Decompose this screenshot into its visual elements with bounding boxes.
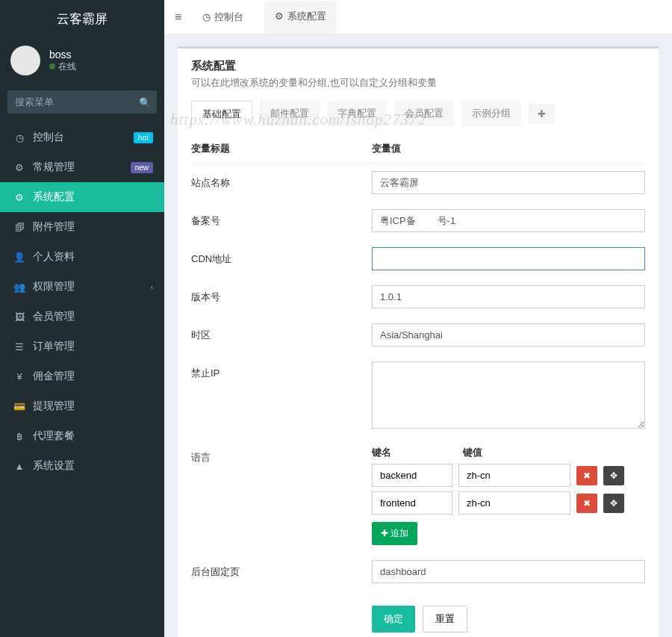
nav-item-6[interactable]: 🖼会员管理 — [0, 302, 164, 332]
chevron-left-icon: ‹ — [151, 283, 153, 291]
lang-key-1[interactable] — [372, 491, 452, 515]
sidebar: 云客霸屏 boss 在线 🔍 ◷控制台hot⚙常规管理new⚙系统配置🗐附件管理… — [0, 0, 164, 637]
top-tab-sysconfig[interactable]: ⚙ 系统配置 — [264, 1, 337, 34]
nav-item-10[interactable]: ฿代理套餐 — [0, 421, 164, 451]
user-status: 在线 — [49, 60, 76, 73]
config-tab-3[interactable]: 会员配置 — [394, 101, 454, 126]
brand-title: 云客霸屏 — [0, 0, 164, 38]
avatar — [10, 46, 40, 75]
delete-row-button[interactable]: ✖ — [576, 466, 597, 485]
move-row-button[interactable]: ✥ — [603, 494, 624, 513]
submit-button[interactable]: 确定 — [372, 606, 415, 633]
nav-icon: 🗐 — [13, 222, 25, 233]
version-input[interactable] — [372, 285, 645, 308]
gear-icon: ⚙ — [275, 10, 284, 22]
fixed-input[interactable] — [372, 560, 645, 583]
site-name-input[interactable] — [372, 171, 645, 194]
nav-item-9[interactable]: 💳提现管理 — [0, 391, 164, 421]
beian-label: 备案号 — [191, 209, 372, 228]
nav-item-7[interactable]: ☰订单管理 — [0, 332, 164, 361]
nav-icon: ◷ — [13, 132, 25, 143]
top-tab-dashboard[interactable]: ◷ 控制台 — [192, 1, 254, 33]
nav-item-0[interactable]: ◷控制台hot — [0, 122, 164, 152]
beian-input[interactable] — [372, 209, 645, 232]
lang-val-1[interactable] — [458, 491, 570, 515]
user-panel: boss 在线 — [0, 38, 164, 86]
nav-item-2[interactable]: ⚙系统配置 — [0, 182, 164, 212]
search-input[interactable] — [7, 90, 157, 114]
nav-item-11[interactable]: ▲系统设置 — [0, 451, 164, 481]
nav-icon: 👥 — [13, 282, 25, 293]
username: boss — [49, 49, 76, 60]
fixed-label: 后台固定页 — [191, 560, 372, 579]
cdn-label: CDN地址 — [191, 247, 372, 266]
main: ≡ ◷ 控制台 ⚙ 系统配置 系统配置 可以在此增改系统的变量和分组,也可以自定… — [164, 0, 672, 637]
search-icon[interactable]: 🔍 — [139, 96, 151, 108]
site-name-label: 站点名称 — [191, 171, 372, 190]
config-tabs: 基础配置邮件配置字典配置会员配置示例分组✚ — [191, 100, 645, 127]
panel-title: 系统配置 — [191, 59, 645, 73]
content: 系统配置 可以在此增改系统的变量和分组,也可以自定义分组和变量 基础配置邮件配置… — [164, 34, 672, 637]
tz-label: 时区 — [191, 323, 372, 342]
nav-icon: 🖼 — [13, 311, 25, 323]
tz-input[interactable] — [372, 323, 645, 347]
panel-desc: 可以在此增改系统的变量和分组,也可以自定义分组和变量 — [191, 76, 645, 90]
add-row-button[interactable]: ✚ 追加 — [372, 522, 417, 545]
banip-label: 禁止IP — [191, 361, 372, 380]
nav-badge: new — [131, 162, 153, 173]
move-row-button[interactable]: ✥ — [603, 466, 624, 485]
nav-list: ◷控制台hot⚙常规管理new⚙系统配置🗐附件管理👤个人资料👥权限管理‹🖼会员管… — [0, 122, 164, 481]
nav-item-3[interactable]: 🗐附件管理 — [0, 212, 164, 242]
nav-icon: 💳 — [13, 401, 25, 412]
version-label: 版本号 — [191, 285, 372, 304]
nav-item-1[interactable]: ⚙常规管理new — [0, 152, 164, 182]
config-tab-2[interactable]: 字典配置 — [327, 101, 387, 126]
nav-icon: ☰ — [13, 341, 25, 352]
nav-item-5[interactable]: 👥权限管理‹ — [0, 272, 164, 302]
nav-item-8[interactable]: ¥佣金管理 — [0, 361, 164, 391]
status-dot-icon — [49, 63, 55, 69]
form-header: 变量标题 变量值 — [191, 137, 645, 164]
nav-icon: ⚙ — [13, 162, 25, 173]
banip-textarea[interactable] — [372, 361, 645, 429]
lang-key-0[interactable] — [372, 464, 452, 487]
sidebar-search: 🔍 — [7, 90, 157, 114]
nav-item-4[interactable]: 👤个人资料 — [0, 242, 164, 272]
cdn-input[interactable] — [372, 247, 645, 270]
config-tab-1[interactable]: 邮件配置 — [260, 101, 320, 126]
config-tab-0[interactable]: 基础配置 — [191, 101, 252, 128]
add-tab-button[interactable]: ✚ — [529, 104, 555, 124]
lang-label: 语言 — [191, 446, 372, 464]
topbar: ≡ ◷ 控制台 ⚙ 系统配置 — [164, 0, 672, 34]
reset-button[interactable]: 重置 — [423, 606, 467, 633]
nav-icon: 👤 — [13, 252, 25, 263]
nav-icon: ฿ — [13, 431, 25, 442]
dashboard-icon: ◷ — [202, 11, 211, 22]
hamburger-icon[interactable]: ≡ — [175, 10, 181, 24]
nav-icon: ⚙ — [13, 192, 25, 203]
nav-icon: ▲ — [13, 461, 25, 472]
config-tab-4[interactable]: 示例分组 — [461, 101, 521, 126]
lang-val-0[interactable] — [458, 464, 570, 487]
delete-row-button[interactable]: ✖ — [576, 494, 597, 513]
config-panel: 系统配置 可以在此增改系统的变量和分组,也可以自定义分组和变量 基础配置邮件配置… — [178, 46, 659, 637]
nav-badge: hot — [134, 132, 153, 143]
nav-icon: ¥ — [13, 371, 25, 382]
